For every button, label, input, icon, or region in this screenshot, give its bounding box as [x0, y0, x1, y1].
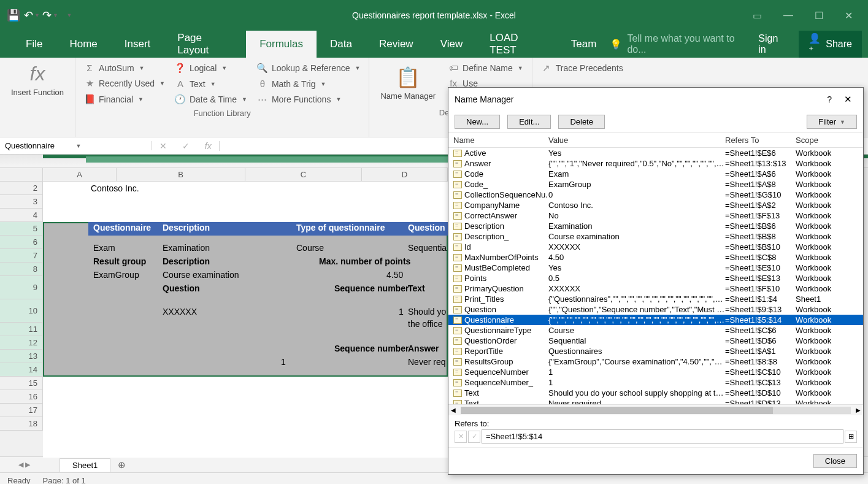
name-list-row[interactable]: ActiveYes=Sheet1!$E$6Workbook	[448, 148, 863, 158]
redo-icon[interactable]: ↷▼	[43, 8, 58, 23]
define-name-button[interactable]: 🏷Define Name▼	[444, 60, 527, 75]
name-list-row[interactable]: QuestionOrderSequential=Sheet1!$D$6Workb…	[448, 336, 863, 346]
cell[interactable]: Answer	[408, 344, 439, 353]
date-time-button[interactable]: 🕐Date & Time▼	[171, 91, 251, 107]
name-list-row[interactable]: QuestionnaireTypeCourse=Sheet1!$C$6Workb…	[448, 325, 863, 336]
col-header[interactable]: A	[43, 168, 117, 182]
autosum-button[interactable]: ΣAutoSum▼	[80, 60, 169, 75]
name-list-row[interactable]: ResultsGroup{"ExamGroup","Course examina…	[448, 356, 863, 367]
cell[interactable]: Sequentia	[408, 243, 447, 253]
save-icon[interactable]: 💾	[6, 8, 21, 23]
name-list-row[interactable]: SequenceNumber_1=Sheet1!$C$13Workbook	[448, 377, 863, 388]
recently-used-button[interactable]: ★Recently Used▼	[80, 75, 169, 91]
cell[interactable]: Questionnaire	[93, 223, 151, 232]
row-header[interactable]: 14	[0, 363, 43, 377]
row-header[interactable]: 17	[0, 404, 43, 417]
cell[interactable]: Should yo	[408, 307, 446, 317]
maximize-icon[interactable]: ☐	[815, 10, 823, 21]
tab-load-test[interactable]: LOAD TEST	[476, 31, 558, 58]
new-button[interactable]: New...	[455, 115, 500, 129]
apply-refers-icon[interactable]: ✓	[468, 431, 480, 443]
cell[interactable]: Sequence number	[334, 283, 409, 293]
cancel-icon[interactable]: ✕	[159, 141, 167, 151]
name-list-row[interactable]: SequenceNumber1=Sheet1!$C$10Workbook	[448, 367, 863, 377]
name-list-row[interactable]: Print_Titles{"Questionnaires","","","","…	[448, 294, 863, 304]
row-header[interactable]: 15	[0, 377, 43, 390]
more-functions-button[interactable]: ⋯More Functions▼	[253, 91, 364, 107]
qat-customize-icon[interactable]: ▼	[61, 8, 76, 23]
insert-function-button[interactable]: fx Insert Function	[5, 60, 70, 100]
name-list-row[interactable]: MustBeCompletedYes=Sheet1!$E$10Workbook	[448, 263, 863, 273]
name-list-row[interactable]: Code_ExamGroup=Sheet1!$A$8Workbook	[448, 179, 863, 190]
close-icon[interactable]: ✕	[845, 10, 853, 21]
name-list-row[interactable]: DescriptionExamination=Sheet1!$B$6Workbo…	[448, 221, 863, 231]
col-scope[interactable]: Scope	[796, 136, 845, 145]
row-header[interactable]: 6	[0, 236, 43, 249]
collapse-dialog-icon[interactable]: ⊞	[845, 431, 857, 443]
col-name[interactable]: Name	[453, 136, 548, 145]
add-sheet-button[interactable]: ⊕	[113, 459, 131, 471]
cell[interactable]: 1	[399, 307, 404, 317]
cell[interactable]: XXXXXX	[163, 307, 197, 317]
cell[interactable]: Sequence number	[334, 344, 409, 353]
sheet-tab-sheet1[interactable]: Sheet1	[60, 458, 110, 472]
name-list-row[interactable]: TextShould you do your school supply sho…	[448, 388, 863, 398]
row-header[interactable]: 9	[0, 276, 43, 299]
fx-bar-icon[interactable]: fx	[205, 141, 212, 151]
name-box[interactable]: Questionnaire ▼	[0, 141, 152, 150]
name-list-row[interactable]: CompanyNameContoso Inc.=Sheet1!$A$2Workb…	[448, 200, 863, 210]
row-header[interactable]: 13	[0, 350, 43, 363]
cell[interactable]: the office	[408, 319, 443, 329]
edit-button[interactable]: Edit...	[507, 115, 551, 129]
cell[interactable]: 1	[281, 357, 286, 367]
cell[interactable]: Text	[408, 283, 425, 293]
minimize-icon[interactable]: —	[783, 10, 793, 21]
math-trig-button[interactable]: θMath & Trig▼	[253, 76, 364, 91]
cell[interactable]: 4.50	[386, 270, 403, 280]
cell[interactable]: Course examination	[163, 270, 239, 280]
name-list-row[interactable]: Points0.5=Sheet1!$E$13Workbook	[448, 273, 863, 283]
tab-team[interactable]: Team	[558, 31, 610, 58]
name-list-row[interactable]: Question{"","Question","Sequence number"…	[448, 304, 863, 315]
dialog-titlebar[interactable]: Name Manager ? ✕	[448, 88, 863, 111]
row-header[interactable]: 4	[0, 209, 43, 222]
name-box-dropdown-icon[interactable]: ▼	[76, 143, 147, 149]
cell[interactable]: Question	[408, 223, 445, 232]
ribbon-options-icon[interactable]: ▭	[753, 10, 762, 21]
tab-insert[interactable]: Insert	[111, 31, 164, 58]
row-header[interactable]: 7	[0, 249, 43, 263]
col-value[interactable]: Value	[548, 136, 725, 145]
row-header[interactable]: 8	[0, 263, 43, 276]
tell-me-input[interactable]: 💡 Tell me what you want to do...	[610, 33, 746, 55]
name-list-row[interactable]: CorrectAnswerNo=Sheet1!$F$13Workbook	[448, 210, 863, 221]
row-header[interactable]: 10	[0, 299, 43, 323]
tab-view[interactable]: View	[427, 31, 477, 58]
cell[interactable]: Examination	[163, 243, 210, 253]
delete-button[interactable]: Delete	[558, 115, 605, 129]
row-header[interactable]: 11	[0, 323, 43, 336]
undo-icon[interactable]: ↶▼	[25, 8, 39, 23]
tab-file[interactable]: File	[12, 31, 56, 58]
col-header[interactable]: C	[245, 168, 362, 182]
name-list-row[interactable]: ReportTitleQuestionnaires=Sheet1!$A$1Wor…	[448, 346, 863, 356]
name-list-row[interactable]: CodeExam=Sheet1!$A$6Workbook	[448, 169, 863, 179]
name-manager-button[interactable]: 📋 Name Manager	[374, 60, 442, 107]
logical-button[interactable]: ❓Logical▼	[171, 60, 251, 76]
col-header[interactable]: B	[117, 168, 245, 182]
cell[interactable]: Contoso Inc.	[91, 182, 139, 195]
row-header[interactable]: 3	[0, 195, 43, 209]
name-list-row[interactable]: Questionnaire{"","","","","","","","",""…	[448, 315, 863, 325]
cell[interactable]: Type of questionnaire	[296, 223, 385, 232]
tab-page-layout[interactable]: Page Layout	[164, 31, 246, 58]
name-list[interactable]: ActiveYes=Sheet1!$E$6WorkbookAnswer{"","…	[448, 148, 863, 404]
text-button[interactable]: AText▼	[171, 76, 251, 91]
cell[interactable]: Exam	[93, 243, 115, 253]
col-refers[interactable]: Refers To	[725, 136, 796, 145]
tab-review[interactable]: Review	[366, 31, 427, 58]
row-header[interactable]: 2	[0, 182, 43, 195]
row-header[interactable]: 12	[0, 336, 43, 350]
name-list-row[interactable]: MaxNumberOfPoints4.50=Sheet1!$C$8Workboo…	[448, 252, 863, 263]
name-list-row[interactable]: Answer{"","","1","Never required","0.5",…	[448, 158, 863, 169]
close-button[interactable]: Close	[813, 454, 857, 468]
lookup-button[interactable]: 🔍Lookup & Reference▼	[253, 60, 364, 76]
